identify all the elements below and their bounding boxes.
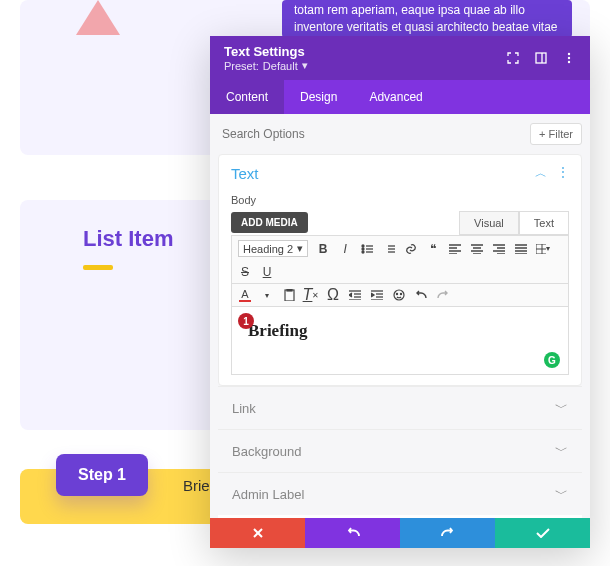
- indent-icon[interactable]: [370, 288, 384, 302]
- paste-icon[interactable]: [282, 288, 296, 302]
- align-right-icon[interactable]: [492, 242, 506, 256]
- lorem-box: totam rem aperiam, eaque ipsa quae ab il…: [282, 0, 572, 38]
- bold-icon[interactable]: B: [316, 242, 330, 256]
- svg-point-7: [362, 248, 364, 250]
- filter-label: Filter: [549, 128, 573, 140]
- chevron-down-icon: ﹀: [555, 399, 568, 417]
- section-more-icon[interactable]: ⋮: [557, 165, 569, 182]
- undo-icon[interactable]: [414, 288, 428, 302]
- search-input[interactable]: [218, 122, 524, 146]
- background-section-label: Background: [232, 444, 301, 459]
- preset-label: Preset:: [224, 60, 259, 72]
- add-media-button[interactable]: ADD MEDIA: [231, 212, 308, 233]
- modal-header: Text Settings Preset: Default ▾: [210, 36, 590, 80]
- editor-toolbar-row1: Heading 2▾ B I ❝ ▾ S U: [231, 235, 569, 284]
- text-section-title[interactable]: Text: [231, 165, 259, 182]
- step-pill[interactable]: Step 1: [56, 454, 148, 496]
- outdent-icon[interactable]: [348, 288, 362, 302]
- underline-icon[interactable]: U: [260, 265, 274, 279]
- clear-format-icon[interactable]: T✕: [304, 288, 318, 302]
- preset-selector[interactable]: Preset: Default ▾: [224, 59, 308, 72]
- body-label: Body: [231, 194, 569, 206]
- editor-toolbar-row2: A ▾ T✕ Ω: [231, 284, 569, 307]
- svg-point-5: [362, 245, 364, 247]
- text-color-icon[interactable]: A: [238, 288, 252, 302]
- svg-rect-34: [287, 289, 292, 291]
- italic-icon[interactable]: I: [338, 242, 352, 256]
- heading-select[interactable]: Heading 2▾: [238, 240, 308, 257]
- tab-advanced[interactable]: Advanced: [353, 80, 438, 114]
- accent-bar: [83, 265, 113, 270]
- link-section[interactable]: Link ﹀: [218, 386, 582, 429]
- link-section-label: Link: [232, 401, 256, 416]
- plus-icon: +: [539, 128, 545, 140]
- chevron-down-icon: ﹀: [555, 442, 568, 460]
- filter-button[interactable]: + Filter: [530, 123, 582, 145]
- align-left-icon[interactable]: [448, 242, 462, 256]
- chevron-down-icon: ▾: [302, 59, 308, 72]
- ol-icon[interactable]: [382, 242, 396, 256]
- modal-body: + Filter Text ︿ ⋮ Body ADD MEDIA Visual …: [210, 114, 590, 518]
- admin-section-label: Admin Label: [232, 487, 304, 502]
- redo-button[interactable]: [400, 518, 495, 548]
- svg-point-43: [394, 290, 404, 300]
- quote-icon[interactable]: ❝: [426, 242, 440, 256]
- svg-point-44: [396, 293, 397, 294]
- editor-content[interactable]: Briefing: [248, 321, 556, 341]
- svg-point-4: [568, 61, 570, 63]
- svg-point-45: [400, 293, 401, 294]
- text-settings-modal: Text Settings Preset: Default ▾ Content …: [210, 36, 590, 548]
- triangle-shape: [76, 0, 120, 35]
- svg-point-3: [568, 57, 570, 59]
- editor-tab-text[interactable]: Text: [519, 211, 569, 235]
- grammarly-icon[interactable]: G: [544, 352, 560, 368]
- ul-icon[interactable]: [360, 242, 374, 256]
- color-chevron-icon[interactable]: ▾: [260, 288, 274, 302]
- list-item-heading: List Item: [83, 226, 173, 252]
- modal-tabs: Content Design Advanced: [210, 80, 590, 114]
- strike-icon[interactable]: S: [238, 265, 252, 279]
- tab-design[interactable]: Design: [284, 80, 353, 114]
- background-section[interactable]: Background ﹀: [218, 429, 582, 472]
- redo-icon[interactable]: [436, 288, 450, 302]
- svg-point-2: [568, 53, 570, 55]
- cancel-button[interactable]: [210, 518, 305, 548]
- modal-title: Text Settings: [224, 44, 308, 59]
- justify-icon[interactable]: [514, 242, 528, 256]
- tab-content[interactable]: Content: [210, 80, 284, 114]
- modal-footer: [210, 518, 590, 548]
- emoji-icon[interactable]: [392, 288, 406, 302]
- link-icon[interactable]: [404, 242, 418, 256]
- table-icon[interactable]: ▾: [536, 242, 550, 256]
- svg-rect-33: [285, 290, 294, 301]
- preset-value: Default: [263, 60, 298, 72]
- editor-canvas[interactable]: 1 Briefing G: [231, 307, 569, 375]
- more-icon[interactable]: [562, 51, 576, 65]
- panel-icon[interactable]: [534, 51, 548, 65]
- svg-point-9: [362, 251, 364, 253]
- special-char-icon[interactable]: Ω: [326, 288, 340, 302]
- text-section: Text ︿ ⋮ Body ADD MEDIA Visual Text Head…: [218, 154, 582, 386]
- expand-icon[interactable]: [506, 51, 520, 65]
- chevron-down-icon: ﹀: [555, 485, 568, 503]
- chevron-down-icon: ▾: [297, 242, 303, 255]
- admin-label-section[interactable]: Admin Label ﹀: [218, 472, 582, 515]
- editor-tab-visual[interactable]: Visual: [459, 211, 519, 235]
- annotation-badge: 1: [238, 313, 254, 329]
- align-center-icon[interactable]: [470, 242, 484, 256]
- confirm-button[interactable]: [495, 518, 590, 548]
- svg-rect-0: [536, 53, 546, 63]
- undo-button[interactable]: [305, 518, 400, 548]
- collapse-up-icon[interactable]: ︿: [535, 165, 547, 182]
